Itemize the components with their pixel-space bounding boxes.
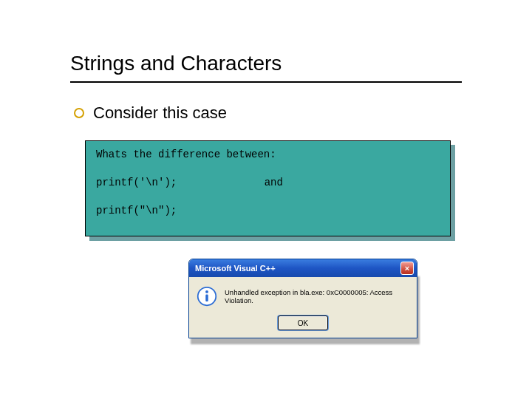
ok-button[interactable]: OK xyxy=(278,316,328,330)
close-button[interactable]: × xyxy=(400,262,414,275)
dialog-title: Microsoft Visual C++ xyxy=(195,264,276,273)
dialog-footer: OK xyxy=(189,313,417,338)
code-intro: Whats the difference between: xyxy=(96,149,440,160)
code-line-a: printf('\n'); xyxy=(96,177,177,188)
dialog-titlebar: Microsoft Visual C++ × xyxy=(189,259,417,277)
title-underline xyxy=(70,81,462,83)
slide-title: Strings and Characters xyxy=(70,52,282,75)
code-line-a-row: printf('\n'); and xyxy=(96,177,440,188)
info-icon xyxy=(197,286,217,307)
code-box: Whats the difference between: printf('\n… xyxy=(85,140,451,236)
dialog-message: Unhandled exception in bla.exe: 0xC00000… xyxy=(225,288,409,305)
bullet-text: Consider this case xyxy=(93,103,227,123)
code-line-b: printf("\n"); xyxy=(96,205,440,216)
code-between: and xyxy=(265,177,283,188)
error-dialog: Microsoft Visual C++ × Unhandled excepti… xyxy=(188,259,417,338)
bullet-item: Consider this case xyxy=(74,103,227,123)
svg-point-1 xyxy=(205,290,208,293)
code-box-content: Whats the difference between: printf('\n… xyxy=(85,140,451,236)
close-icon: × xyxy=(405,265,409,273)
dialog-window: Microsoft Visual C++ × Unhandled excepti… xyxy=(188,259,417,338)
dialog-body: Unhandled exception in bla.exe: 0xC00000… xyxy=(189,277,417,313)
svg-rect-2 xyxy=(205,294,208,301)
bullet-circle-icon xyxy=(74,108,84,118)
